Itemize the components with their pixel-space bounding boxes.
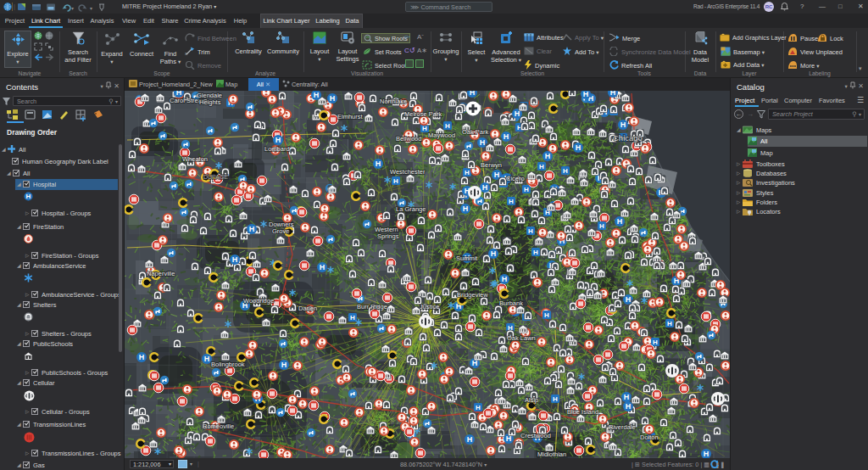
svg-text:Naperville: Naperville [147,270,175,277]
svg-text:Heights: Heights [199,98,221,106]
svg-text:Northlake: Northlake [380,98,407,105]
svg-text:DUPAGE: DUPAGE [203,174,228,180]
svg-text:Crestwood: Crestwood [520,432,551,439]
svg-text:Justice: Justice [420,303,439,311]
svg-text:Westchester: Westchester [390,168,426,176]
svg-text:Woodridge: Woodridge [243,297,274,305]
svg-text:Romeoville: Romeoville [203,422,234,430]
svg-text:Elmhurst: Elmhurst [337,113,364,120]
svg-text:Burbank: Burbank [499,299,523,307]
svg-text:Burr Ridge: Burr Ridge [357,303,387,311]
svg-text:Berwyn: Berwyn [481,161,502,169]
svg-text:Midlothian: Midlothian [537,450,566,458]
svg-text:Darien: Darien [298,305,317,312]
svg-text:Springs: Springs [377,232,399,240]
svg-text:Chicago: Chicago [613,133,643,143]
svg-text:La Grange: La Grange [396,205,426,213]
svg-text:Dolton: Dolton [640,434,659,441]
svg-text:Riverdale: Riverdale [609,423,636,431]
svg-text:Oak Lawn: Oak Lawn [507,334,536,342]
svg-text:Bridgeview: Bridgeview [457,291,488,299]
svg-text:Lombard: Lombard [264,145,290,153]
svg-text:Maywood: Maywood [428,131,455,139]
svg-text:Bolingbrook: Bolingbrook [211,361,245,368]
svg-text:Blue Island: Blue Island [567,408,598,416]
svg-text:x: x [185,51,187,56]
svg-text:Bellwood: Bellwood [396,135,421,143]
svg-text:Wheaton: Wheaton [182,155,208,163]
svg-text:▾: ▾ [90,6,92,11]
svg-text:Melrose Park: Melrose Park [404,110,442,118]
svg-text:Cicero: Cicero [506,175,525,182]
svg-text:Grove: Grove [272,227,289,235]
svg-text:Summit: Summit [456,255,478,262]
svg-text:Oak Park: Oak Park [462,128,489,136]
svg-text:▾: ▾ [71,6,74,11]
svg-text:Alsip: Alsip [525,396,538,404]
svg-text:H: H [26,193,31,200]
